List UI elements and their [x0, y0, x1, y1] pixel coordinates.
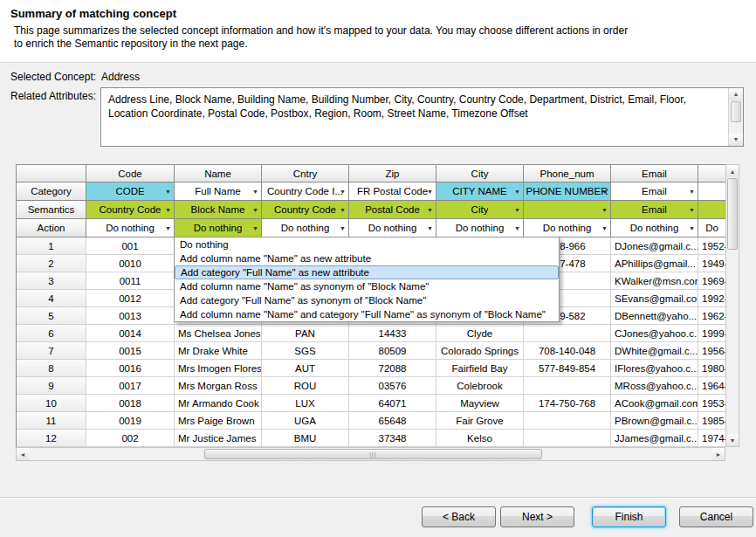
grid-cell: 1992- [698, 290, 726, 307]
grid-cell: 0011 [86, 272, 175, 290]
row-number: 3 [17, 272, 86, 290]
category-combo-email[interactable]: Email▼ [611, 182, 698, 201]
related-attributes-text-line1: Address Line, Block Name, Building Name,… [108, 93, 724, 107]
column-header-Email[interactable]: Email [611, 165, 698, 182]
back-button[interactable]: < Back [422, 506, 496, 527]
category-combo-code[interactable]: CODE▼ [86, 182, 175, 201]
column-header-Code[interactable]: Code [86, 165, 175, 182]
grid-cell: MRoss@yahoo.c... [611, 377, 698, 395]
chevron-down-icon: ▼ [427, 189, 433, 195]
action-combo-zip[interactable]: Do nothing▼ [349, 219, 436, 238]
scroll-down-icon[interactable]: ▼ [726, 434, 739, 446]
attributes-scrollbar[interactable]: ▲ ▼ [728, 88, 743, 146]
menu-item-2[interactable]: Add column name "Name" as new attribute [175, 251, 559, 265]
grid-cell: ACook@gmail.com [611, 395, 698, 412]
chevron-down-icon: ▼ [601, 225, 608, 231]
semantics-combo-city[interactable]: City▼ [436, 201, 524, 219]
column-header-Cntry[interactable]: Cntry [262, 165, 349, 182]
semantics-combo-cntry[interactable]: Country Code▼ [262, 201, 349, 219]
category-combo-name[interactable]: Full Name▼ [175, 182, 262, 201]
column-header-Name[interactable]: Name [175, 165, 262, 182]
scroll-down-icon[interactable]: ▼ [729, 134, 743, 146]
next-button[interactable]: Next > [500, 506, 574, 527]
grid-cell: Mrs Morgan Ross [175, 377, 262, 395]
grid-cell: JJames@gmail.c... [611, 430, 698, 447]
combo-value: City [471, 204, 489, 215]
category-combo-col8[interactable] [698, 182, 726, 201]
chevron-down-icon: ▼ [340, 207, 346, 213]
column-header-Phone_num[interactable]: Phone_num [524, 165, 611, 182]
grid-cell: 1953- [698, 395, 726, 412]
grid-vertical-scrollbar[interactable]: ▲ ▼ [725, 164, 739, 447]
semantics-combo-zip[interactable]: Postal Code▼ [349, 201, 436, 219]
category-combo-phone_num[interactable]: PHONE NUMBER▼ [524, 182, 611, 201]
category-combo-cntry[interactable]: Country Code I...▼ [262, 182, 349, 201]
scroll-up-icon[interactable]: ▲ [726, 165, 739, 177]
column-header-City[interactable]: City [436, 165, 524, 182]
grid-cell: Ms Chelsea Jones [175, 325, 262, 342]
finish-button[interactable]: Finish [592, 506, 666, 527]
grid-cell: PBrown@gmail.c... [611, 412, 698, 430]
hscroll-thumb[interactable]: ||| [204, 449, 542, 459]
grid-cell: ROU [262, 377, 349, 395]
menu-item-1[interactable]: Do nothing [175, 238, 559, 251]
grid-cell: Kelso [436, 430, 524, 447]
semantics-combo-code[interactable]: Country Code▼ [86, 201, 175, 219]
row-label-category: Category [17, 182, 86, 201]
chevron-down-icon: ▼ [514, 225, 520, 231]
action-combo-cntry[interactable]: Do nothing▼ [262, 219, 349, 238]
grid-cell: Mrs Imogen Flores [175, 360, 262, 377]
grid-cell: Colorado Springs [436, 342, 524, 360]
row-number: 12 [17, 430, 86, 447]
grid-cell: CJones@yahoo.c... [611, 325, 698, 342]
grid-cell: DBennett@yaho... [611, 307, 698, 325]
action-combo-city[interactable]: Do nothing▼ [436, 219, 524, 238]
column-header-Zip[interactable]: Zip [349, 165, 436, 182]
scroll-left-icon[interactable]: ◄ [17, 448, 29, 460]
scroll-right-icon[interactable]: ► [712, 448, 725, 460]
scroll-up-icon[interactable]: ▲ [729, 88, 743, 100]
menu-item-6[interactable]: Add column name "Name" and category "Ful… [175, 307, 559, 321]
grid-cell: Mr Drake White [175, 342, 262, 360]
semantics-combo-email[interactable]: Email▼ [611, 201, 698, 219]
attributes-scrollbar-thumb[interactable] [731, 101, 741, 122]
action-combo-email[interactable]: Do nothing▼ [611, 219, 698, 238]
chevron-down-icon: ▼ [689, 189, 695, 195]
action-combo-phone_num[interactable]: Do nothing▼ [524, 219, 611, 238]
chevron-down-icon: ▼ [340, 225, 346, 231]
grid-cell: 174-750-768 [524, 395, 611, 412]
grid-horizontal-scrollbar[interactable]: ◄ ||| ► [16, 447, 725, 461]
grid-cell: 80509 [349, 342, 436, 360]
category-combo-city[interactable]: CITY NAME▼ [436, 182, 524, 201]
vscroll-thumb[interactable] [727, 178, 738, 250]
grid-cell: SGS [262, 342, 349, 360]
grid-cell: Fair Grove [436, 412, 524, 430]
chevron-down-icon: ▼ [252, 225, 258, 231]
semantics-combo-phone_num[interactable]: ▼ [524, 201, 611, 219]
semantics-combo-name[interactable]: Block Name▼ [175, 201, 262, 219]
related-attributes-label: Related Attributes: [10, 90, 96, 102]
page-title: Summary of matching concept [10, 7, 176, 20]
semantics-combo-col8[interactable] [698, 201, 726, 219]
wizard-dialog: Summary of matching concept This page su… [0, 0, 756, 537]
chevron-down-icon: ▼ [252, 189, 258, 195]
grid-cell: Mayview [436, 395, 524, 412]
combo-value: Do nothing [106, 223, 155, 233]
category-combo-zip[interactable]: FR Postal Code▼ [349, 182, 436, 201]
menu-item-5[interactable]: Add category "Full Name" as synonym of "… [175, 293, 559, 307]
wizard-header: Summary of matching concept This page su… [0, 0, 756, 63]
menu-item-3[interactable]: Add category "Full Name" as new attribut… [175, 265, 559, 279]
grid-cell: 1962- [698, 307, 726, 325]
menu-item-4[interactable]: Add column name "Name" as synonym of "Bl… [175, 279, 559, 293]
action-combo-code[interactable]: Do nothing▼ [86, 219, 175, 238]
grid-cell: 1949- [698, 255, 726, 272]
grid-cell: BMU [262, 430, 349, 447]
chevron-down-icon: ▼ [340, 189, 346, 195]
combo-value: CODE [115, 186, 144, 196]
row-number: 1 [17, 238, 86, 255]
action-combo-col8[interactable]: Do [698, 219, 726, 238]
action-combo-name[interactable]: Do nothing▼ [175, 219, 262, 238]
cancel-button[interactable]: Cancel [679, 506, 753, 527]
row-number: 5 [17, 307, 86, 325]
grid-cell: Mr Justice James [175, 430, 262, 447]
